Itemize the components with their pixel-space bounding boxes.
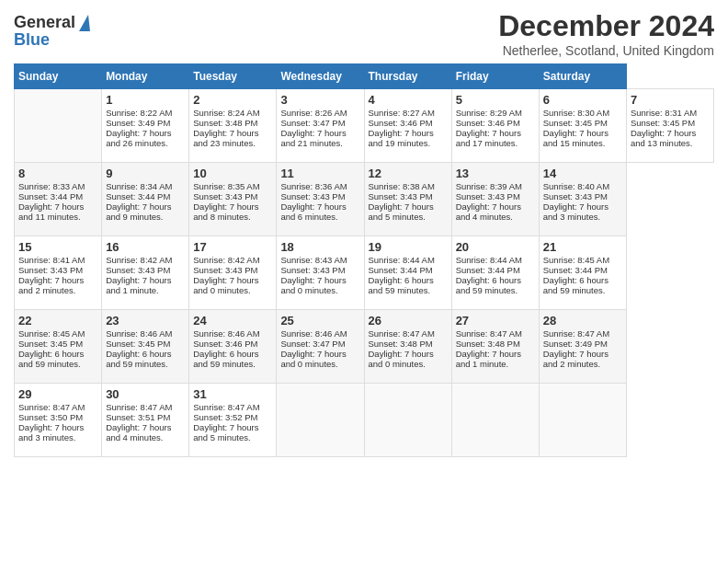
calendar-cell: 12Sunrise: 8:38 AMSunset: 3:43 PMDayligh… bbox=[364, 163, 451, 236]
day-number: 1 bbox=[106, 93, 185, 107]
sunrise-text: Sunrise: 8:26 AM bbox=[280, 108, 347, 118]
sunset-text: Sunset: 3:50 PM bbox=[18, 412, 83, 422]
page-header: General Blue December 2024 Netherlee, Sc… bbox=[14, 9, 714, 58]
sunset-text: Sunset: 3:43 PM bbox=[456, 191, 520, 201]
calendar-cell: 11Sunrise: 8:36 AMSunset: 3:43 PMDayligh… bbox=[277, 163, 364, 236]
sunrise-text: Sunrise: 8:24 AM bbox=[193, 108, 259, 118]
sunrise-text: Sunrise: 8:45 AM bbox=[543, 255, 609, 265]
sunrise-text: Sunrise: 8:29 AM bbox=[456, 108, 522, 118]
calendar-cell: 13Sunrise: 8:39 AMSunset: 3:43 PMDayligh… bbox=[451, 163, 539, 236]
day-number: 24 bbox=[193, 314, 272, 327]
sunrise-text: Sunrise: 8:31 AM bbox=[631, 108, 697, 118]
calendar-week-4: 22Sunrise: 8:45 AMSunset: 3:45 PMDayligh… bbox=[15, 310, 714, 384]
day-number: 17 bbox=[193, 240, 272, 254]
sunset-text: Sunset: 3:52 PM bbox=[193, 412, 257, 422]
sunrise-text: Sunrise: 8:22 AM bbox=[106, 108, 172, 118]
calendar-week-5: 29Sunrise: 8:47 AMSunset: 3:50 PMDayligh… bbox=[15, 384, 714, 457]
daylight-text: Daylight: 6 hours and 59 minutes. bbox=[369, 275, 434, 295]
day-number: 3 bbox=[280, 93, 359, 107]
header-sunday: Sunday bbox=[15, 64, 102, 89]
daylight-text: Daylight: 7 hours and 6 minutes. bbox=[280, 201, 346, 222]
sunset-text: Sunset: 3:43 PM bbox=[18, 265, 83, 275]
calendar-cell: 4Sunrise: 8:27 AMSunset: 3:46 PMDaylight… bbox=[364, 89, 451, 163]
calendar-cell: 27Sunrise: 8:47 AMSunset: 3:48 PMDayligh… bbox=[451, 310, 539, 384]
calendar-cell: 28Sunrise: 8:47 AMSunset: 3:49 PMDayligh… bbox=[539, 310, 626, 384]
daylight-text: Daylight: 7 hours and 2 minutes. bbox=[543, 349, 609, 369]
sunrise-text: Sunrise: 8:41 AM bbox=[18, 255, 85, 265]
sunrise-text: Sunrise: 8:47 AM bbox=[193, 402, 259, 412]
calendar-cell: 26Sunrise: 8:47 AMSunset: 3:48 PMDayligh… bbox=[364, 310, 451, 384]
sunset-text: Sunset: 3:45 PM bbox=[631, 118, 695, 128]
calendar-table: SundayMondayTuesdayWednesdayThursdayFrid… bbox=[14, 63, 714, 457]
day-number: 8 bbox=[18, 167, 97, 180]
daylight-text: Daylight: 6 hours and 59 minutes. bbox=[543, 275, 609, 295]
daylight-text: Daylight: 6 hours and 59 minutes. bbox=[106, 349, 171, 369]
day-number: 14 bbox=[543, 167, 622, 180]
header-thursday: Thursday bbox=[364, 64, 451, 89]
daylight-text: Daylight: 7 hours and 21 minutes. bbox=[280, 128, 346, 148]
sunset-text: Sunset: 3:48 PM bbox=[456, 339, 520, 349]
calendar-cell: 31Sunrise: 8:47 AMSunset: 3:52 PMDayligh… bbox=[189, 384, 277, 457]
day-number: 31 bbox=[193, 387, 272, 401]
calendar-cell: 19Sunrise: 8:44 AMSunset: 3:44 PMDayligh… bbox=[364, 236, 451, 310]
sunrise-text: Sunrise: 8:43 AM bbox=[280, 255, 347, 265]
sunrise-text: Sunrise: 8:42 AM bbox=[193, 255, 259, 265]
day-number: 4 bbox=[369, 93, 448, 107]
calendar-cell: 20Sunrise: 8:44 AMSunset: 3:44 PMDayligh… bbox=[451, 236, 539, 310]
sunset-text: Sunset: 3:49 PM bbox=[106, 118, 170, 128]
day-number: 7 bbox=[631, 93, 710, 107]
daylight-text: Daylight: 7 hours and 0 minutes. bbox=[369, 349, 434, 369]
sunset-text: Sunset: 3:44 PM bbox=[106, 191, 170, 201]
calendar-cell: 9Sunrise: 8:34 AMSunset: 3:44 PMDaylight… bbox=[102, 163, 189, 236]
calendar-cell: 14Sunrise: 8:40 AMSunset: 3:43 PMDayligh… bbox=[539, 163, 626, 236]
daylight-text: Daylight: 7 hours and 5 minutes. bbox=[193, 422, 258, 442]
daylight-text: Daylight: 7 hours and 15 minutes. bbox=[543, 128, 609, 148]
daylight-text: Daylight: 7 hours and 1 minute. bbox=[106, 275, 171, 295]
calendar-body: 1Sunrise: 8:22 AMSunset: 3:49 PMDaylight… bbox=[15, 89, 714, 457]
calendar-cell: 21Sunrise: 8:45 AMSunset: 3:44 PMDayligh… bbox=[539, 236, 626, 310]
sunrise-text: Sunrise: 8:42 AM bbox=[106, 255, 172, 265]
day-number: 11 bbox=[280, 167, 359, 180]
calendar-cell: 1Sunrise: 8:22 AMSunset: 3:49 PMDaylight… bbox=[102, 89, 189, 163]
sunset-text: Sunset: 3:49 PM bbox=[543, 339, 608, 349]
daylight-text: Daylight: 7 hours and 9 minutes. bbox=[106, 201, 171, 222]
daylight-text: Daylight: 7 hours and 0 minutes. bbox=[193, 275, 258, 295]
day-number: 22 bbox=[18, 314, 97, 327]
calendar-cell: 22Sunrise: 8:45 AMSunset: 3:45 PMDayligh… bbox=[15, 310, 102, 384]
header-tuesday: Tuesday bbox=[189, 64, 277, 89]
sunset-text: Sunset: 3:45 PM bbox=[543, 118, 608, 128]
logo-blue-text: Blue bbox=[14, 30, 50, 50]
daylight-text: Daylight: 7 hours and 0 minutes. bbox=[280, 349, 346, 369]
sunset-text: Sunset: 3:44 PM bbox=[456, 265, 520, 275]
day-number: 16 bbox=[106, 240, 185, 254]
sunrise-text: Sunrise: 8:40 AM bbox=[543, 181, 609, 191]
sunrise-text: Sunrise: 8:47 AM bbox=[106, 402, 172, 412]
calendar-cell: 18Sunrise: 8:43 AMSunset: 3:43 PMDayligh… bbox=[277, 236, 364, 310]
sunset-text: Sunset: 3:44 PM bbox=[18, 191, 83, 201]
sunset-text: Sunset: 3:47 PM bbox=[280, 118, 345, 128]
day-number: 27 bbox=[456, 314, 535, 327]
sunset-text: Sunset: 3:43 PM bbox=[369, 191, 433, 201]
daylight-text: Daylight: 7 hours and 13 minutes. bbox=[631, 128, 696, 148]
header-wednesday: Wednesday bbox=[277, 64, 364, 89]
calendar-title: December 2024 bbox=[498, 9, 714, 43]
daylight-text: Daylight: 7 hours and 5 minutes. bbox=[369, 201, 434, 222]
calendar-subtitle: Netherlee, Scotland, United Kingdom bbox=[498, 43, 714, 58]
sunrise-text: Sunrise: 8:44 AM bbox=[456, 255, 522, 265]
sunset-text: Sunset: 3:51 PM bbox=[106, 412, 170, 422]
sunrise-text: Sunrise: 8:36 AM bbox=[280, 181, 347, 191]
sunrise-text: Sunrise: 8:30 AM bbox=[543, 108, 609, 118]
calendar-cell: 8Sunrise: 8:33 AMSunset: 3:44 PMDaylight… bbox=[15, 163, 102, 236]
calendar-cell: 30Sunrise: 8:47 AMSunset: 3:51 PMDayligh… bbox=[102, 384, 189, 457]
sunrise-text: Sunrise: 8:47 AM bbox=[18, 402, 85, 412]
day-number: 20 bbox=[456, 240, 535, 254]
daylight-text: Daylight: 7 hours and 0 minutes. bbox=[280, 275, 346, 295]
sunrise-text: Sunrise: 8:35 AM bbox=[193, 181, 259, 191]
calendar-cell: 29Sunrise: 8:47 AMSunset: 3:50 PMDayligh… bbox=[15, 384, 102, 457]
day-number: 13 bbox=[456, 167, 535, 180]
calendar-cell: 25Sunrise: 8:46 AMSunset: 3:47 PMDayligh… bbox=[277, 310, 364, 384]
calendar-cell bbox=[451, 384, 539, 457]
calendar-cell: 23Sunrise: 8:46 AMSunset: 3:45 PMDayligh… bbox=[102, 310, 189, 384]
sunset-text: Sunset: 3:46 PM bbox=[456, 118, 520, 128]
day-number: 9 bbox=[106, 167, 185, 180]
